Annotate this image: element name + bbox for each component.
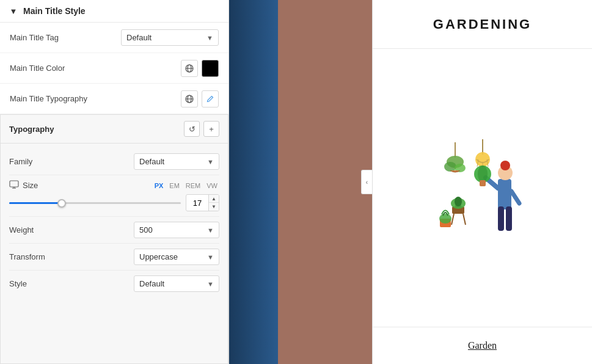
transform-row: Transform Uppercase ▼ xyxy=(9,244,219,271)
transform-control: Uppercase ▼ xyxy=(52,249,219,265)
weight-dropdown-arrow: ▼ xyxy=(207,227,214,234)
svg-line-22 xyxy=(511,191,519,203)
monitor-svg xyxy=(9,180,19,189)
left-panel: ▼ Main Title Style Main Title Tag Defaul… xyxy=(0,0,229,364)
svg-point-35 xyxy=(439,214,451,224)
globe-icon-2 xyxy=(185,95,194,103)
size-label-area: Size xyxy=(9,180,65,191)
size-input-wrapper: ▲ ▼ xyxy=(186,194,219,211)
main-title-tag-dropdown[interactable]: Default ▼ xyxy=(121,29,219,46)
card-footer: Garden xyxy=(373,327,592,364)
size-label: Size xyxy=(23,181,65,190)
main-title-color-swatch[interactable] xyxy=(202,60,219,77)
svg-line-32 xyxy=(451,214,454,225)
main-title-typography-controls xyxy=(181,90,219,107)
size-increment-button[interactable]: ▲ xyxy=(209,195,219,203)
card-image-area xyxy=(373,49,592,327)
typography-add-button[interactable]: + xyxy=(203,121,219,137)
main-title-style-header[interactable]: ▼ Main Title Style xyxy=(0,0,228,23)
size-spinners: ▲ ▼ xyxy=(208,195,219,211)
transform-value: Uppercase xyxy=(139,252,178,261)
collapse-preview-button[interactable]: ‹ xyxy=(361,170,372,194)
family-label: Family xyxy=(9,157,52,166)
main-title-tag-dropdown-arrow: ▼ xyxy=(206,34,213,42)
size-input[interactable] xyxy=(186,196,208,210)
svg-rect-23 xyxy=(498,206,504,231)
size-bottom: ▲ ▼ xyxy=(9,194,219,211)
svg-point-11 xyxy=(444,162,456,172)
main-title-tag-controls: Default ▼ xyxy=(121,29,219,46)
main-title-color-globe-button[interactable] xyxy=(181,60,198,77)
family-value: Default xyxy=(139,157,164,166)
svg-rect-24 xyxy=(506,206,512,231)
size-decrement-button[interactable]: ▼ xyxy=(209,203,219,211)
gardening-illustration xyxy=(437,136,528,240)
main-title-color-controls xyxy=(181,60,219,77)
pencil-icon xyxy=(206,95,214,103)
transform-dropdown-arrow: ▼ xyxy=(207,253,214,261)
size-unit-em[interactable]: EM xyxy=(167,181,181,191)
svg-rect-18 xyxy=(498,179,511,209)
svg-rect-27 xyxy=(480,180,486,186)
family-dropdown[interactable]: Default ▼ xyxy=(134,153,219,170)
typography-body: Family Default ▼ xyxy=(1,144,228,302)
family-control: Default ▼ xyxy=(52,153,219,170)
size-row: Size PX EM REM VW xyxy=(9,175,219,217)
weight-label: Weight xyxy=(9,225,52,235)
size-slider-track xyxy=(9,202,181,204)
main-title-typography-edit-button[interactable] xyxy=(202,90,219,107)
size-units: PX EM REM VW xyxy=(153,181,219,191)
typography-panel: Typography ↺ + Family Default ▼ xyxy=(0,114,228,364)
card-header: GARDENING xyxy=(373,0,592,49)
size-top: Size PX EM REM VW xyxy=(9,180,219,191)
size-unit-rem[interactable]: REM xyxy=(184,181,202,191)
main-title-tag-row: Main Title Tag Default ▼ xyxy=(0,23,228,53)
transform-dropdown[interactable]: Uppercase ▼ xyxy=(134,249,219,265)
typography-title: Typography xyxy=(9,125,54,134)
main-title-typography-label: Main Title Typography xyxy=(10,94,87,103)
style-row: Style Default ▼ xyxy=(9,271,219,297)
style-label: Style xyxy=(9,279,52,288)
svg-point-26 xyxy=(478,166,488,183)
card-subtitle: Garden xyxy=(468,340,497,351)
add-icon: + xyxy=(209,125,214,134)
size-slider-fill xyxy=(9,202,60,204)
transform-label: Transform xyxy=(9,252,52,261)
size-unit-vw[interactable]: VW xyxy=(205,181,219,191)
weight-dropdown[interactable]: 500 ▼ xyxy=(134,222,219,238)
style-value: Default xyxy=(139,279,164,288)
main-title-typography-globe-button[interactable] xyxy=(181,90,198,107)
family-dropdown-arrow: ▼ xyxy=(207,158,214,166)
weight-row: Weight 500 ▼ xyxy=(9,217,219,244)
typography-header-controls: ↺ + xyxy=(184,121,219,137)
style-dropdown[interactable]: Default ▼ xyxy=(134,275,219,292)
size-unit-px[interactable]: PX xyxy=(153,181,166,191)
style-dropdown-arrow: ▼ xyxy=(207,280,214,288)
svg-point-31 xyxy=(455,197,462,206)
family-row: Family Default ▼ xyxy=(9,148,219,175)
globe-icon xyxy=(185,64,194,73)
monitor-icon xyxy=(9,180,19,191)
card-preview: GARDENING xyxy=(372,0,592,364)
main-title-color-row: Main Title Color xyxy=(0,53,228,84)
collapse-arrow-icon: ▼ xyxy=(9,6,18,16)
settings-area: Main Title Tag Default ▼ Main Title Colo… xyxy=(0,23,228,114)
weight-control: 500 ▼ xyxy=(52,222,219,238)
main-title-color-label: Main Title Color xyxy=(10,64,65,73)
blue-stripe-decoration xyxy=(229,0,278,364)
main-title-style-label: Main Title Style xyxy=(23,6,86,16)
reset-icon: ↺ xyxy=(189,125,196,134)
size-slider-thumb[interactable] xyxy=(57,199,66,208)
style-control: Default ▼ xyxy=(52,275,219,292)
weight-value: 500 xyxy=(139,225,153,235)
size-slider-container[interactable] xyxy=(9,197,181,209)
card-main-title: GARDENING xyxy=(433,16,532,32)
typography-reset-button[interactable]: ↺ xyxy=(184,121,200,137)
svg-point-20 xyxy=(500,161,510,170)
right-panel: GARDENING xyxy=(229,0,592,364)
main-title-tag-label: Main Title Tag xyxy=(10,33,59,42)
svg-rect-6 xyxy=(10,181,18,187)
svg-line-33 xyxy=(463,214,466,225)
main-title-typography-row: Main Title Typography xyxy=(0,84,228,114)
main-title-tag-value: Default xyxy=(126,33,152,42)
